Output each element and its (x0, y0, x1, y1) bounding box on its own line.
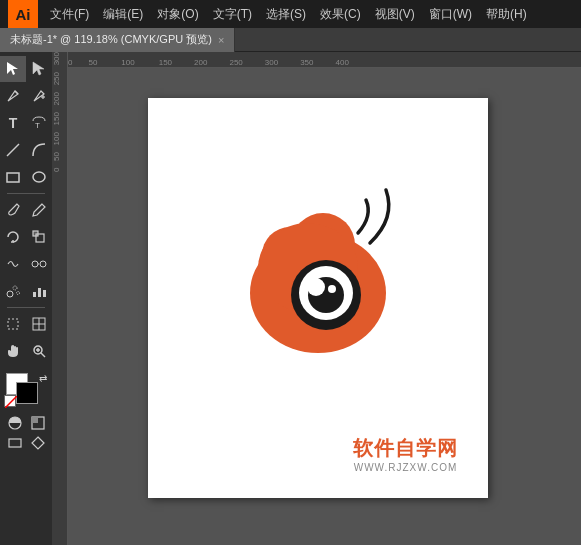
direct-select-tool[interactable] (26, 56, 52, 82)
stroke-swatch[interactable] (16, 382, 38, 404)
menu-window[interactable]: 窗口(W) (423, 4, 478, 25)
screen-mode-icon[interactable] (27, 414, 49, 432)
select-tools-row (0, 56, 52, 82)
ruler-vertical: 0 50 100 150 200 250 300 (52, 52, 68, 545)
menu-help[interactable]: 帮助(H) (480, 4, 533, 25)
area-type-tool[interactable]: T (26, 110, 52, 136)
svg-point-11 (40, 261, 46, 267)
toolbar: T T (0, 52, 52, 545)
main-area: T T (0, 52, 581, 545)
svg-rect-19 (8, 319, 18, 329)
watermark-main-text: 软件自学网 (353, 435, 458, 462)
svg-point-40 (328, 285, 336, 293)
pen-tools-row (0, 83, 52, 109)
swap-colors-icon[interactable]: ⇄ (39, 373, 47, 384)
artboard-tools-row (0, 311, 52, 337)
color-swatches: ⇄ (0, 369, 52, 411)
line-tool[interactable] (0, 137, 26, 163)
artboard-tool[interactable] (0, 311, 26, 337)
svg-line-24 (41, 353, 45, 357)
transform-tools-row (0, 224, 52, 250)
slice-tool[interactable] (26, 311, 52, 337)
svg-text:T: T (35, 121, 40, 130)
arc-tool[interactable] (26, 137, 52, 163)
rect-tool[interactable] (0, 164, 26, 190)
watermark: 软件自学网 WWW.RJZXW.COM (353, 435, 458, 473)
separator1 (7, 193, 45, 194)
column-graph-tool[interactable] (26, 278, 52, 304)
canvas-area: 0 50 100 150 200 250 300 350 400 0 50 10… (52, 52, 581, 545)
ellipse-tool[interactable] (26, 164, 52, 190)
watermark-sub-text: WWW.RJZXW.COM (353, 462, 458, 473)
draw-mode-icon[interactable] (4, 434, 26, 452)
pen-tool[interactable] (0, 83, 26, 109)
menu-type[interactable]: 文字(T) (207, 4, 258, 25)
toolbar-bottom-icons (4, 414, 49, 452)
separator2 (7, 307, 45, 308)
svg-point-13 (7, 291, 13, 297)
menu-file[interactable]: 文件(F) (44, 4, 95, 25)
select-tool[interactable] (0, 56, 26, 82)
svg-line-5 (7, 144, 19, 156)
svg-rect-17 (38, 288, 41, 297)
pencil-tool[interactable] (26, 197, 52, 223)
ruler-horizontal: 0 50 100 150 200 250 300 350 400 (52, 52, 581, 68)
scale-tool[interactable] (26, 224, 52, 250)
weibo-logo (218, 178, 418, 378)
type-tool[interactable]: T (0, 110, 26, 136)
change-screen-icon[interactable] (27, 434, 49, 452)
svg-point-14 (13, 286, 17, 290)
svg-rect-9 (33, 231, 38, 236)
blend-tool[interactable] (26, 251, 52, 277)
type-tools-row: T T (0, 110, 52, 136)
paintbrush-tool[interactable] (0, 197, 26, 223)
symbol-tools-row (0, 278, 52, 304)
svg-line-27 (5, 396, 17, 408)
tab-close-button[interactable]: × (218, 34, 224, 46)
svg-marker-1 (33, 62, 44, 75)
svg-point-15 (17, 292, 20, 295)
tab-title: 未标题-1* @ 119.18% (CMYK/GPU 预览) (10, 32, 212, 47)
artboard: 软件自学网 WWW.RJZXW.COM (148, 98, 488, 498)
warp-tools-row (0, 251, 52, 277)
line-tools-row (0, 137, 52, 163)
menu-view[interactable]: 视图(V) (369, 4, 421, 25)
tab-bar: 未标题-1* @ 119.18% (CMYK/GPU 预览) × (0, 28, 581, 52)
add-anchor-tool[interactable] (26, 83, 52, 109)
warp-tool[interactable] (0, 251, 26, 277)
menu-object[interactable]: 对象(O) (151, 4, 204, 25)
zoom-tool[interactable] (26, 338, 52, 364)
shape-tools-row (0, 164, 52, 190)
ai-logo: Ai (8, 0, 38, 28)
svg-rect-16 (33, 292, 36, 297)
svg-rect-18 (43, 290, 46, 297)
svg-rect-30 (32, 417, 38, 423)
svg-point-39 (307, 278, 325, 296)
symbol-sprayer-tool[interactable] (0, 278, 26, 304)
svg-rect-31 (9, 439, 21, 447)
menu-edit[interactable]: 编辑(E) (97, 4, 149, 25)
menu-bar: 文件(F) 编辑(E) 对象(O) 文字(T) 选择(S) 效果(C) 视图(V… (44, 4, 533, 25)
color-mode-icon[interactable] (4, 414, 26, 432)
brush-tools-row (0, 197, 52, 223)
title-bar: Ai 文件(F) 编辑(E) 对象(O) 文字(T) 选择(S) 效果(C) 视… (0, 0, 581, 28)
none-icon[interactable] (4, 395, 16, 407)
svg-rect-6 (7, 173, 19, 182)
nav-tools-row (0, 338, 52, 364)
hand-tool[interactable] (0, 338, 26, 364)
document-tab[interactable]: 未标题-1* @ 119.18% (CMYK/GPU 预览) × (0, 28, 235, 52)
svg-point-10 (32, 261, 38, 267)
svg-marker-0 (7, 62, 18, 75)
menu-effect[interactable]: 效果(C) (314, 4, 367, 25)
rotate-tool[interactable] (0, 224, 26, 250)
svg-point-7 (33, 172, 45, 182)
menu-select[interactable]: 选择(S) (260, 4, 312, 25)
canvas-content[interactable]: 软件自学网 WWW.RJZXW.COM (68, 68, 581, 545)
ai-logo-text: Ai (16, 6, 31, 23)
